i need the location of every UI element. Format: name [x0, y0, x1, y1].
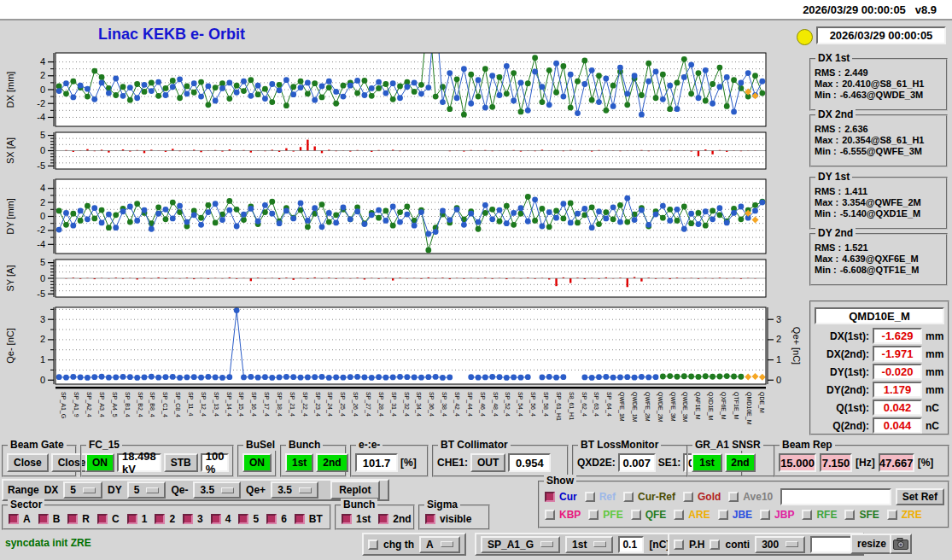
- svg-text:SP_A4_5: SP_A4_5: [111, 392, 118, 417]
- chg-th-checkbox[interactable]: [368, 540, 378, 550]
- resize-button[interactable]: resize: [850, 534, 893, 554]
- ref-name-input[interactable]: [782, 491, 889, 503]
- svg-text:QWFE_3M: QWFE_3M: [669, 392, 676, 422]
- fc15-stb-button[interactable]: STB: [164, 453, 198, 472]
- range-qem-dropdown[interactable]: 3.5: [193, 481, 241, 499]
- checkbox-bt[interactable]: [295, 514, 305, 524]
- busel-on-button[interactable]: ON: [242, 453, 272, 472]
- monitor-row: DX(2nd):-1.971mm: [815, 346, 944, 362]
- che1-out-button[interactable]: OUT: [470, 453, 505, 472]
- ph-conti-panel: P.H conti 300: [668, 533, 864, 556]
- rms-label: RMS :: [815, 124, 841, 134]
- svg-text:Qe- [nC]: Qe- [nC]: [5, 328, 15, 364]
- screenshot-button[interactable]: [890, 534, 912, 554]
- min-value: -6.608@QTF1E_M: [840, 265, 920, 275]
- snsr-2nd-button[interactable]: 2nd: [725, 453, 756, 472]
- svg-text:DY [mm]: DY [mm]: [5, 198, 15, 235]
- sp-select-panel: SP_A1_G 1st [nC]: [475, 533, 675, 556]
- ph-checkbox[interactable]: [674, 540, 684, 550]
- chg-th-dropdown[interactable]: A: [419, 536, 460, 553]
- checkbox-6[interactable]: [266, 514, 277, 524]
- orbit-charts: -4-2024DX [mm]-505SX [A]-4-2024DY [mm]-5…: [0, 47, 807, 441]
- checkbox-qfe[interactable]: [631, 510, 641, 520]
- svg-text:0: 0: [40, 375, 45, 385]
- checkbox-a[interactable]: [9, 514, 19, 524]
- checkbox-cur[interactable]: [545, 492, 555, 502]
- rms-label: RMS :: [815, 67, 841, 78]
- threshold-input[interactable]: [620, 539, 642, 551]
- checkbox-rfe[interactable]: [802, 510, 812, 520]
- bunch-2nd-button[interactable]: 2nd: [316, 453, 348, 472]
- checkbox-are[interactable]: [674, 510, 684, 520]
- checkbox-label: Cur-Ref: [638, 491, 675, 503]
- checkbox-ref[interactable]: [585, 492, 595, 502]
- fc15-on-button[interactable]: ON: [85, 453, 114, 472]
- svg-text:SP_A1_9: SP_A1_9: [73, 392, 79, 417]
- checkbox-3[interactable]: [183, 514, 193, 524]
- group-title: Beam Gate: [8, 439, 67, 451]
- svg-text:2: 2: [40, 334, 45, 344]
- svg-text:SP_46_4: SP_46_4: [479, 392, 486, 417]
- qxd2e-label: QXD2E:: [577, 457, 616, 469]
- checkbox-label: ZRE: [902, 509, 922, 521]
- checkbox-b[interactable]: [38, 514, 49, 524]
- max-value: 20.354@S8_61_H1: [842, 135, 924, 145]
- min-value: -5.140@QXD1E_M: [840, 208, 921, 219]
- monitor-label: DY(1st):: [830, 366, 869, 378]
- checkbox-jbp[interactable]: [760, 510, 770, 520]
- checkbox-ave10[interactable]: [728, 492, 739, 502]
- snsr-1st-button[interactable]: 1st: [692, 453, 722, 472]
- beam-gate-close-button-1[interactable]: Close: [7, 453, 49, 472]
- checkbox-4[interactable]: [211, 514, 221, 524]
- stat-group-dx-1st: DX 1st RMS :2.449 Max :20.410@S8_61_H1 M…: [809, 58, 948, 111]
- busel-group: BuSel ON: [237, 445, 277, 477]
- monitor-unit: nC: [926, 402, 944, 414]
- group-title: FC_15: [86, 439, 122, 451]
- svg-text:SP_22_4: SP_22_4: [301, 392, 308, 417]
- range-dx-dropdown[interactable]: 5: [63, 481, 102, 499]
- titlebar-datetime-version: 2026/03/29 00:00:05 v8.9: [803, 3, 937, 16]
- checkbox-1st[interactable]: [342, 514, 352, 524]
- stat-group-title: DY 1st: [815, 171, 852, 183]
- ee-ratio-value: 101.7: [355, 453, 398, 472]
- checkbox-1[interactable]: [127, 514, 137, 524]
- range-dy-dropdown[interactable]: 5: [127, 481, 166, 499]
- svg-text:SP_42_4: SP_42_4: [453, 392, 460, 417]
- checkbox-sfe[interactable]: [844, 510, 855, 520]
- checkbox-5[interactable]: [238, 514, 248, 524]
- conti-checkbox[interactable]: [710, 540, 720, 550]
- points-dropdown[interactable]: 300: [755, 536, 805, 553]
- svg-text:0: 0: [40, 211, 45, 221]
- replot-button[interactable]: Replot: [330, 481, 380, 499]
- checkbox-label: JBP: [774, 509, 794, 521]
- bpm-name: QMD10E_M: [815, 307, 944, 324]
- checkbox-zre[interactable]: [887, 510, 897, 520]
- svg-text:5: 5: [40, 257, 45, 267]
- checkbox-kbp[interactable]: [545, 510, 555, 520]
- checkbox-label: A: [23, 513, 31, 525]
- checkbox-jbe[interactable]: [718, 510, 728, 520]
- sp-bpm-dropdown[interactable]: SP_A1_G: [481, 536, 560, 553]
- checkbox-2[interactable]: [155, 514, 165, 524]
- monitor-value: -1.629: [873, 328, 922, 344]
- checkbox-pfe[interactable]: [588, 510, 599, 520]
- set-ref-button[interactable]: Set Ref: [896, 488, 944, 505]
- group-title: BT LossMonitor: [578, 439, 661, 451]
- bunch-1st-button[interactable]: 1st: [285, 453, 313, 472]
- checkbox-c[interactable]: [97, 514, 108, 524]
- range-qep-dropdown[interactable]: 3.5: [271, 481, 318, 499]
- checkbox-2nd[interactable]: [378, 514, 388, 524]
- sp-bunch-dropdown[interactable]: 1st: [565, 536, 613, 553]
- monitor-unit: mm: [926, 366, 944, 378]
- svg-text:SP_14_4: SP_14_4: [225, 392, 232, 417]
- checkbox-label: 5: [253, 513, 259, 525]
- svg-text:QXD1E_M: QXD1E_M: [707, 392, 714, 421]
- monitor-row: Q(1st):0.042nC: [815, 400, 944, 416]
- checkbox-gold[interactable]: [683, 492, 693, 502]
- svg-text:QWDE_1M: QWDE_1M: [631, 392, 638, 423]
- checkbox-visible[interactable]: [425, 514, 435, 524]
- checkbox-r[interactable]: [67, 514, 78, 524]
- checkbox-cur-ref[interactable]: [623, 492, 634, 502]
- svg-text:SP_32_4: SP_32_4: [403, 392, 410, 417]
- dropdown-dash-icon: [441, 541, 453, 547]
